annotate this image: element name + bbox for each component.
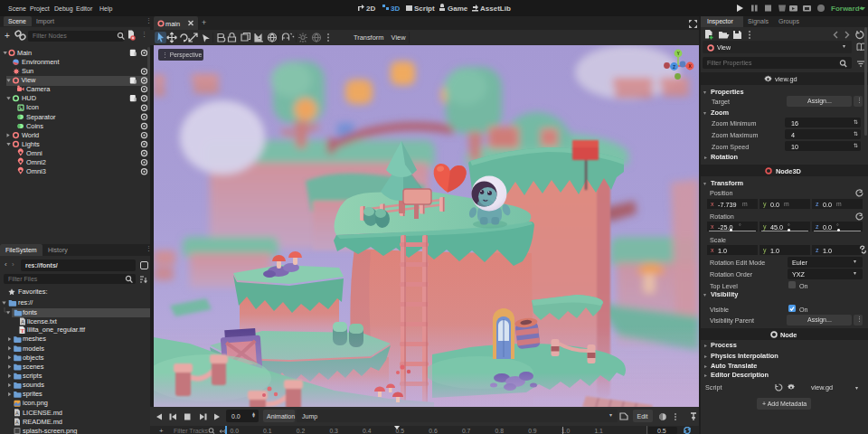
svg-text:AssetLib: AssetLib	[480, 5, 511, 13]
svg-text:A: A	[21, 319, 24, 325]
svg-text:Game: Game	[448, 5, 468, 13]
svg-text:3D: 3D	[391, 5, 400, 13]
svg-text:A: A	[15, 410, 19, 416]
svg-text:Z: Z	[673, 64, 675, 70]
svg-text:Script: Script	[414, 5, 435, 13]
svg-text:A: A	[15, 420, 19, 425]
svg-text:Forward+: Forward+	[831, 5, 864, 13]
svg-text:2D: 2D	[366, 5, 375, 13]
svg-text:T: T	[21, 327, 25, 335]
